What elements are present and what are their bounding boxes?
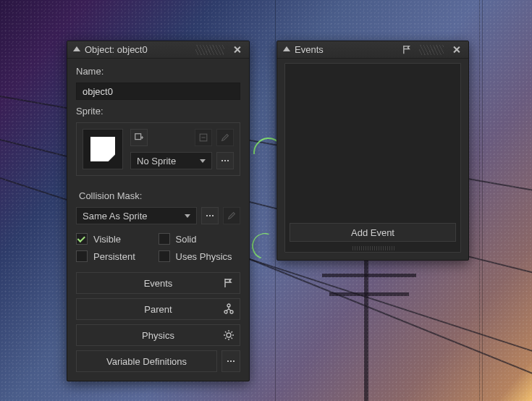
checkbox-box <box>159 250 170 262</box>
events-panel: Events Add Event <box>276 41 469 261</box>
sprite-placeholder-icon <box>90 137 115 161</box>
close-button[interactable] <box>448 43 464 56</box>
variable-definitions-more-button[interactable] <box>221 350 240 372</box>
panel-title: Object: object0 <box>85 44 148 55</box>
collision-mask-more-button[interactable] <box>201 207 219 224</box>
parent-nav-button[interactable]: Parent <box>76 298 240 320</box>
physics-nav-button[interactable]: Physics <box>76 324 240 346</box>
events-list[interactable] <box>285 64 460 219</box>
pencil-icon <box>220 132 230 143</box>
checkbox-label: Visible <box>93 234 121 245</box>
visible-checkbox[interactable]: Visible <box>76 233 159 245</box>
sprite-options-button[interactable] <box>195 129 212 146</box>
pencil-icon <box>227 211 237 221</box>
persistent-checkbox[interactable]: Persistent <box>76 250 159 262</box>
new-sprite-button[interactable] <box>130 129 148 146</box>
resize-grip[interactable] <box>351 246 394 250</box>
bg-rule-3 <box>482 0 483 401</box>
nav-label: Physics <box>142 330 174 341</box>
edit-mask-button[interactable] <box>223 207 240 224</box>
variable-definitions-button[interactable]: Variable Definitions <box>76 350 217 372</box>
sprite-more-button[interactable] <box>216 152 234 169</box>
collapse-icon[interactable] <box>283 46 290 51</box>
svg-rect-0 <box>135 134 141 140</box>
drag-grip[interactable] <box>419 45 444 55</box>
checkbox-label: Persistent <box>93 251 135 262</box>
flag-icon <box>222 277 235 290</box>
bg-pole <box>364 246 368 401</box>
checkbox-box <box>76 233 88 245</box>
nav-label: Events <box>144 278 173 289</box>
gear-icon <box>222 329 235 342</box>
flag-icon <box>399 43 415 56</box>
sprite-label: Sprite: <box>76 106 240 117</box>
close-button[interactable] <box>229 43 245 56</box>
edit-sprite-button[interactable] <box>216 129 234 146</box>
name-input[interactable] <box>76 83 240 100</box>
svg-point-5 <box>227 333 231 337</box>
checkbox-label: Uses Physics <box>176 251 232 262</box>
new-sprite-icon <box>134 132 144 143</box>
collapse-icon[interactable] <box>73 46 80 51</box>
events-nav-button[interactable]: Events <box>76 272 240 294</box>
sprite-select-value: No Sprite <box>137 156 176 166</box>
bg-rule-2 <box>479 0 480 401</box>
hierarchy-icon <box>222 303 235 316</box>
collision-mask-label: Collision Mask: <box>76 190 240 201</box>
solid-checkbox[interactable]: Solid <box>159 233 241 245</box>
checkbox-label: Solid <box>176 234 197 245</box>
events-panel-titlebar[interactable]: Events <box>277 41 468 59</box>
properties-icon <box>198 132 208 143</box>
bg-pole-cross <box>322 274 416 277</box>
svg-point-4 <box>230 311 233 313</box>
sprite-select[interactable]: No Sprite <box>130 152 212 169</box>
collision-mask-value: Same As Sprite <box>83 211 148 221</box>
panel-title: Events <box>295 44 324 55</box>
checkbox-box <box>159 233 170 245</box>
bg-pole-cross <box>329 292 409 296</box>
object-panel-titlebar[interactable]: Object: object0 <box>67 41 249 59</box>
bg-rule-1 <box>275 0 276 401</box>
events-list-container: Add Event <box>284 63 461 253</box>
drag-grip[interactable] <box>195 45 224 55</box>
add-event-button[interactable]: Add Event <box>290 223 456 242</box>
svg-point-3 <box>224 311 227 313</box>
svg-point-2 <box>227 304 230 307</box>
name-label: Name: <box>76 66 240 77</box>
sprite-preview[interactable] <box>83 129 123 169</box>
uses-physics-checkbox[interactable]: Uses Physics <box>159 250 241 262</box>
collision-mask-select[interactable]: Same As Sprite <box>76 207 197 224</box>
add-event-label: Add Event <box>351 227 394 238</box>
nav-label: Variable Definitions <box>106 356 187 367</box>
sprite-area: No Sprite <box>76 122 240 176</box>
object-panel: Object: object0 Name: Sprite: <box>67 41 250 381</box>
nav-label: Parent <box>144 304 172 315</box>
checkbox-box <box>76 250 88 262</box>
